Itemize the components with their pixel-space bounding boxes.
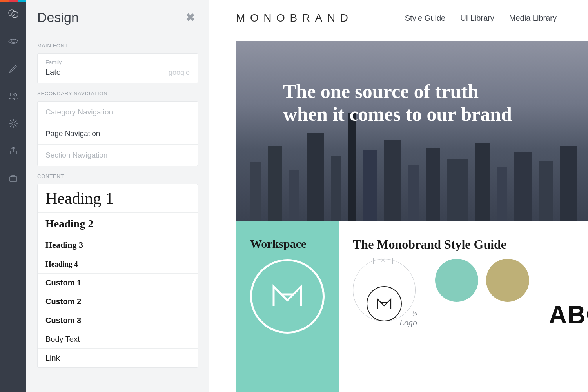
section-label-secondary-nav: SECONDARY NAVIGATION [37, 91, 198, 96]
font-family-value: Lato [45, 68, 61, 77]
content-custom-3[interactable]: Custom 3 [38, 311, 198, 330]
content-heading-4[interactable]: Heading 4 [38, 255, 198, 273]
swatch-mint [435, 259, 478, 302]
logo-fraction: ½ [412, 310, 417, 318]
content-style-list: Heading 1 Heading 2 Heading 3 Heading 4 … [37, 184, 198, 368]
close-icon[interactable]: ✖ [183, 9, 198, 25]
content-body-text[interactable]: Body Text [38, 330, 198, 348]
site-nav: Style Guide UI Library Media Library [405, 14, 557, 23]
nav-ui-library[interactable]: UI Library [460, 14, 494, 23]
app-rail [0, 0, 26, 392]
tile-style-guide[interactable]: The Monobrand Style Guide | × | ½ Logo [339, 221, 588, 392]
content-heading-2[interactable]: Heading 2 [38, 212, 198, 235]
hero-title: The one source of truth when it comes to… [236, 41, 518, 125]
type-sample: ABC 12 [549, 300, 588, 329]
share-icon[interactable] [0, 137, 26, 165]
site-header: MONOBRAND Style Guide UI Library Media L… [209, 0, 588, 36]
svg-point-4 [14, 94, 16, 96]
svg-point-5 [12, 122, 15, 125]
content-heading-3[interactable]: Heading 3 [38, 235, 198, 255]
tiles-row: Workspace The Monobrand Style Guide | × … [236, 221, 588, 392]
content-custom-1[interactable]: Custom 1 [38, 273, 198, 292]
content-heading-1[interactable]: Heading 1 [38, 184, 198, 212]
brand-logo[interactable]: MONOBRAND [236, 12, 353, 24]
gear-icon[interactable] [0, 110, 26, 137]
nav-item-category[interactable]: Category Navigation [38, 102, 198, 123]
svg-point-2 [12, 40, 15, 43]
font-field-label: Family [45, 59, 190, 65]
color-swatches [435, 259, 529, 302]
logo-icon[interactable] [0, 0, 26, 27]
section-label-content: CONTENT [37, 173, 198, 179]
briefcase-icon[interactable] [0, 165, 26, 192]
pencil-icon[interactable] [0, 55, 26, 82]
secondary-nav-list: Category Navigation Page Navigation Sect… [37, 101, 198, 166]
nav-item-section[interactable]: Section Navigation [38, 144, 198, 166]
nav-media-library[interactable]: Media Library [509, 14, 557, 23]
nav-style-guide[interactable]: Style Guide [405, 14, 445, 23]
logo-label: Logo [399, 318, 417, 328]
style-guide-title: The Monobrand Style Guide [353, 237, 588, 252]
tile-workspace[interactable]: Workspace [236, 221, 339, 392]
design-panel: Design ✖ MAIN FONT Family Lato google SE… [26, 0, 209, 392]
font-source: google [169, 69, 190, 77]
hero-section: The one source of truth when it comes to… [236, 41, 588, 221]
preview-canvas: MONOBRAND Style Guide UI Library Media L… [209, 0, 588, 392]
svg-point-3 [10, 93, 13, 96]
workspace-title: Workspace [250, 237, 325, 250]
swatch-olive [486, 259, 529, 302]
section-label-main-font: MAIN FONT [37, 43, 198, 49]
workspace-logo-icon [250, 259, 325, 334]
eye-icon[interactable] [0, 27, 26, 55]
main-font-card[interactable]: Family Lato google [37, 53, 198, 83]
logo-diagram: | × | ½ Logo [353, 259, 416, 329]
rail-accent [0, 0, 26, 2]
users-icon[interactable] [0, 82, 26, 110]
panel-title: Design [37, 10, 79, 25]
nav-item-page[interactable]: Page Navigation [38, 123, 198, 144]
content-link[interactable]: Link [38, 348, 198, 367]
svg-rect-6 [10, 177, 17, 181]
content-custom-2[interactable]: Custom 2 [38, 292, 198, 311]
